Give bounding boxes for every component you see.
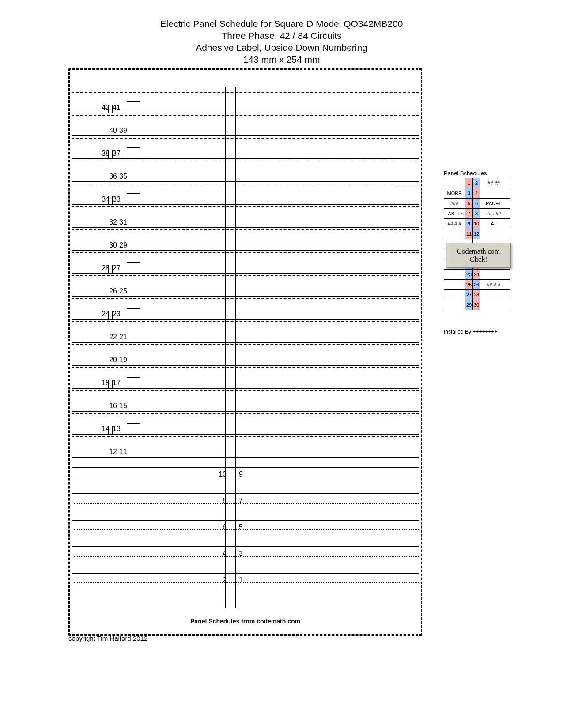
legend-cell xyxy=(444,229,465,239)
legend-cell: AT xyxy=(480,219,507,229)
legend-cell xyxy=(444,290,465,300)
promo-box[interactable]: Codemath.com Click! xyxy=(446,243,511,268)
header-line4: 143 mm x 254 mm xyxy=(0,53,563,65)
circuit-number: 11 xyxy=(119,448,132,456)
legend-cell: LABELS xyxy=(444,209,465,218)
legend-row: 1112 xyxy=(444,229,510,239)
legend-cell xyxy=(480,300,507,310)
circuit-number: 4 xyxy=(214,550,227,558)
legend-row: 12## ## xyxy=(444,178,510,188)
legend-cell xyxy=(480,270,507,279)
legend-cell: ## ### xyxy=(480,209,507,218)
label-frame: 4241403938373635343332313029282726252423… xyxy=(68,68,422,636)
legend-row: MORE34 xyxy=(444,188,510,198)
legend-cell: 7 xyxy=(465,209,473,218)
legend-cell xyxy=(480,229,507,239)
legend-cell: 25 xyxy=(465,280,473,289)
legend-cell: 2 xyxy=(473,178,480,188)
legend-cell xyxy=(444,300,465,310)
legend-cell: 9 xyxy=(465,219,473,229)
legend-cell xyxy=(480,290,507,300)
legend-cell: 5 xyxy=(465,199,473,208)
page-header: Electric Panel Schedule for Square D Mod… xyxy=(0,18,563,65)
legend-cell: 1 xyxy=(465,178,473,188)
circuit-number: 2 xyxy=(214,576,227,584)
copyright-text: copyright Tim Halford 2012 xyxy=(68,634,147,642)
circuit-row: 1211 xyxy=(72,443,419,458)
header-line3: Adhesive Label, Upside Down Numbering xyxy=(0,41,563,53)
legend-cell: ## ## xyxy=(480,178,507,188)
circuit-row: 21 xyxy=(72,564,419,590)
legend-row: LABELS78## ### xyxy=(444,208,510,218)
legend-cell: ## # # xyxy=(480,280,507,289)
legend-cell: ## # # xyxy=(444,219,465,229)
legend-cell: 27 xyxy=(465,290,473,300)
legend-row: 2526## # # xyxy=(444,279,510,289)
legend-row: ###56PANEL xyxy=(444,198,510,208)
circuit-row: 65 xyxy=(72,511,419,537)
circuit-number: 3 xyxy=(239,550,251,558)
circuit-number: 9 xyxy=(239,470,251,478)
promo-line2: Click! xyxy=(470,255,487,263)
promo-line1: Codemath.com xyxy=(457,248,500,255)
page-root: Electric Panel Schedule for Square D Mod… xyxy=(0,0,563,728)
legend-cell xyxy=(444,178,465,188)
legend-row: ## # #910AT xyxy=(444,218,510,229)
circuit-row: 43 xyxy=(72,537,419,564)
legend-row: 2930 xyxy=(444,300,510,310)
legend-cell: MORE xyxy=(444,188,465,198)
label-footer: Panel Schedules from codemath.com xyxy=(70,618,421,625)
legend-cell: 8 xyxy=(473,209,480,218)
legend-cell: 28 xyxy=(473,290,480,300)
legend-cell: 29 xyxy=(465,300,473,310)
legend-cell: ### xyxy=(444,199,465,208)
legend-cell: PANEL xyxy=(480,199,507,208)
circuit-number: 7 xyxy=(239,497,251,505)
legend-row: 2324 xyxy=(444,269,510,279)
circuit-number: 10 xyxy=(214,470,227,478)
header-line1: Electric Panel Schedule for Square D Mod… xyxy=(0,18,563,30)
legend-cell: 4 xyxy=(473,188,480,198)
installed-by-text: Installed By ++++++++ xyxy=(444,329,497,335)
legend-cell: 26 xyxy=(473,280,480,289)
header-line2: Three Phase, 42 / 84 Circuits xyxy=(0,30,563,41)
legend-title: Panel Schedules xyxy=(444,170,510,176)
legend-cell: 10 xyxy=(473,219,480,229)
legend-cell xyxy=(480,188,507,198)
legend-cell xyxy=(444,280,465,289)
circuit-number: 6 xyxy=(214,523,227,531)
circuit-row: 109 xyxy=(72,458,419,484)
circuit-number: 5 xyxy=(239,523,251,531)
legend-cell: 12 xyxy=(473,229,480,239)
legend-cell: 6 xyxy=(473,199,480,208)
circuit-number: 8 xyxy=(214,497,227,505)
legend-cell: 30 xyxy=(473,300,480,310)
legend-panel: Panel Schedules 12## ##MORE34###56PANELL… xyxy=(444,170,510,310)
circuit-number: 12 xyxy=(105,448,117,456)
legend-cell: 24 xyxy=(473,270,480,279)
legend-cell: 11 xyxy=(465,229,473,239)
circuit-row: 87 xyxy=(72,484,419,511)
legend-cell: 3 xyxy=(465,188,473,198)
legend-cell xyxy=(444,270,465,279)
circuit-number: 1 xyxy=(239,576,251,584)
legend-row: 2728 xyxy=(444,289,510,300)
legend-cell: 23 xyxy=(465,270,473,279)
